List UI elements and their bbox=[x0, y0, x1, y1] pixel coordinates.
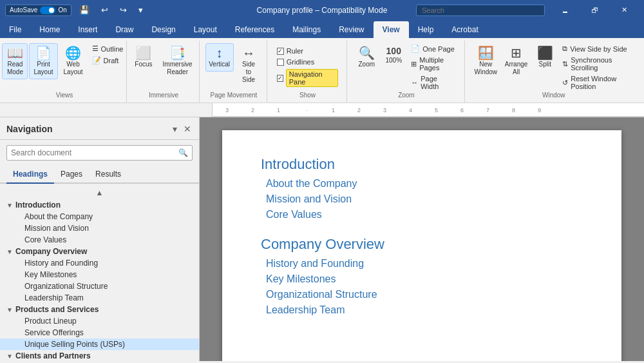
heading-core-values: Core Values bbox=[261, 209, 583, 221]
scroll-up-indicator[interactable]: ▲ bbox=[0, 186, 199, 199]
nav-search-input[interactable] bbox=[7, 146, 175, 160]
print-layout-label: PrintLayout bbox=[33, 61, 53, 76]
label-leadership: Leadership Team bbox=[24, 293, 84, 302]
split-button[interactable]: ⬛ Split bbox=[532, 43, 558, 72]
save-button[interactable]: 💾 bbox=[75, 4, 93, 16]
one-page-button[interactable]: 📄 One Page bbox=[408, 43, 459, 54]
autosave-badge[interactable]: AutoSave On bbox=[5, 5, 71, 16]
reset-window-button[interactable]: ↺ Reset Window Position bbox=[559, 74, 636, 92]
ruler-checkbox[interactable]: Ruler bbox=[274, 46, 342, 56]
zoom-100-label: 100% bbox=[385, 57, 402, 64]
one-page-label: One Page bbox=[422, 45, 455, 53]
navigation-pane-checkbox[interactable]: Navigation Pane bbox=[274, 68, 342, 88]
draft-button[interactable]: 📝 Draft bbox=[89, 55, 127, 66]
tab-view[interactable]: View bbox=[374, 21, 409, 38]
tab-results[interactable]: Results bbox=[89, 166, 128, 184]
redo-button[interactable]: ↪ bbox=[116, 4, 131, 16]
autosave-label: AutoSave bbox=[10, 6, 37, 14]
tab-acrobat[interactable]: Acrobat bbox=[442, 21, 487, 38]
tree-item-company-overview[interactable]: ▼ Company Overview bbox=[0, 246, 199, 257]
window-small-group: ⧉ View Side by Side ⇅ Synchronous Scroll… bbox=[559, 43, 636, 92]
arrange-all-button[interactable]: ⊞ ArrangeAll bbox=[502, 43, 531, 79]
one-page-icon: 📄 bbox=[411, 44, 420, 53]
tree-item-products-services[interactable]: ▼ Products and Services bbox=[0, 304, 199, 315]
tab-design[interactable]: Design bbox=[142, 21, 184, 38]
tree-item-org-structure[interactable]: Organizational Structure bbox=[0, 280, 199, 292]
tree-item-mission-vision[interactable]: Mission and Vision bbox=[0, 222, 199, 234]
navigation-pane: Navigation ▾ ✕ 🔍 Headings Pages Results … bbox=[0, 117, 200, 361]
side-to-side-button[interactable]: ↔ Side toSide bbox=[235, 43, 263, 87]
gridlines-checkbox[interactable]: Gridlines bbox=[274, 57, 342, 67]
web-layout-button[interactable]: 🌐 WebLayout bbox=[59, 43, 88, 79]
tab-mailings[interactable]: Mailings bbox=[283, 21, 330, 38]
section-introduction: Introduction About the Company Mission a… bbox=[261, 156, 583, 221]
section-company-overview: Company Overview History and Founding Ke… bbox=[261, 236, 583, 316]
label-usp: Unique Selling Points (USPs) bbox=[24, 340, 125, 349]
show-options: Ruler Gridlines Navigation Pane bbox=[274, 46, 342, 88]
tree-item-history[interactable]: History and Founding bbox=[0, 257, 199, 269]
view-side-icon: ⧉ bbox=[562, 44, 567, 53]
immersive-reader-button[interactable]: 📑 ImmersiveReader bbox=[158, 43, 197, 79]
multiple-pages-label: Multiple Pages bbox=[419, 56, 455, 72]
tab-references[interactable]: References bbox=[226, 21, 283, 38]
minimize-button[interactable]: 🗕 bbox=[550, 0, 580, 20]
immersive-reader-icon: 📑 bbox=[169, 46, 185, 59]
new-window-button[interactable]: 🪟 NewWindow bbox=[471, 43, 500, 79]
autosave-toggle[interactable] bbox=[40, 6, 55, 14]
tab-help[interactable]: Help bbox=[409, 21, 443, 38]
draft-label: Draft bbox=[104, 57, 119, 64]
view-side-by-side-button[interactable]: ⧉ View Side by Side bbox=[559, 43, 636, 54]
arrow-company-overview: ▼ bbox=[6, 248, 14, 255]
arrange-all-label: ArrangeAll bbox=[505, 61, 528, 76]
tree-item-about-company[interactable]: About the Company bbox=[0, 211, 199, 222]
print-layout-button[interactable]: 📄 PrintLayout bbox=[29, 43, 57, 79]
web-layout-label: WebLayout bbox=[64, 61, 83, 76]
nav-pane-close-button[interactable]: ✕ bbox=[182, 123, 193, 135]
tab-home[interactable]: Home bbox=[30, 21, 69, 38]
tab-file[interactable]: File bbox=[0, 21, 30, 38]
tab-draw[interactable]: Draw bbox=[106, 21, 142, 38]
close-button[interactable]: ✕ bbox=[609, 0, 639, 20]
svg-text:4: 4 bbox=[409, 107, 412, 113]
views-small-group: ☰ Outline 📝 Draft bbox=[89, 43, 127, 66]
tree-item-leadership[interactable]: Leadership Team bbox=[0, 292, 199, 304]
tab-pages[interactable]: Pages bbox=[54, 166, 89, 184]
zoom-group-label: Zoom bbox=[398, 92, 415, 100]
tab-insert[interactable]: Insert bbox=[69, 21, 106, 38]
page-width-button[interactable]: ↔ Page Width bbox=[408, 74, 459, 92]
tree-item-usp[interactable]: Unique Selling Points (USPs) bbox=[0, 338, 199, 350]
views-buttons: 📖 ReadMode 📄 PrintLayout 🌐 WebLayout ☰ O… bbox=[2, 43, 126, 79]
arrow-clients: ▼ bbox=[6, 353, 14, 360]
nav-pane-collapse-button[interactable]: ▾ bbox=[171, 123, 178, 135]
tab-review[interactable]: Review bbox=[330, 21, 373, 38]
svg-text:1: 1 bbox=[332, 107, 335, 113]
vertical-label: Vertical bbox=[209, 61, 230, 68]
customize-button[interactable]: ▾ bbox=[135, 4, 147, 16]
focus-button[interactable]: ⬜ Focus bbox=[130, 43, 156, 72]
restore-button[interactable]: 🗗 bbox=[580, 0, 609, 20]
read-mode-button[interactable]: 📖 ReadMode bbox=[2, 43, 28, 79]
tab-headings[interactable]: Headings bbox=[6, 166, 54, 184]
tree-item-core-values[interactable]: Core Values bbox=[0, 234, 199, 246]
label-service-offerings: Service Offerings bbox=[24, 328, 84, 337]
tree-item-introduction[interactable]: ▼ Introduction bbox=[0, 199, 199, 211]
zoom-button[interactable]: 🔍 Zoom bbox=[354, 43, 379, 72]
tree-item-key-milestones[interactable]: Key Milestones bbox=[0, 269, 199, 280]
ruler-check-icon bbox=[277, 48, 284, 55]
multiple-pages-button[interactable]: ⊞ Multiple Pages bbox=[408, 55, 459, 73]
document-area: Introduction About the Company Mission a… bbox=[200, 117, 644, 361]
tree-item-clients[interactable]: ▼ Clients and Partners bbox=[0, 350, 199, 361]
tree-item-product-lineup[interactable]: Product Lineup bbox=[0, 315, 199, 327]
undo-button[interactable]: ↩ bbox=[97, 4, 112, 16]
tree-item-service-offerings[interactable]: Service Offerings bbox=[0, 327, 199, 338]
vertical-button[interactable]: ↕ Vertical bbox=[205, 43, 234, 72]
reset-window-label: Reset Window Position bbox=[571, 75, 633, 90]
sync-scrolling-button[interactable]: ⇅ Synchronous Scrolling bbox=[559, 55, 636, 73]
ribbon-group-views: 📖 ReadMode 📄 PrintLayout 🌐 WebLayout ☰ O… bbox=[3, 41, 127, 103]
title-search-input[interactable] bbox=[416, 5, 545, 16]
show-group-label: Show bbox=[299, 92, 316, 100]
outline-button[interactable]: ☰ Outline bbox=[89, 43, 127, 54]
tab-layout[interactable]: Layout bbox=[185, 21, 226, 38]
zoom-100-button[interactable]: 100 100% bbox=[381, 43, 406, 68]
svg-text:1: 1 bbox=[277, 107, 280, 113]
